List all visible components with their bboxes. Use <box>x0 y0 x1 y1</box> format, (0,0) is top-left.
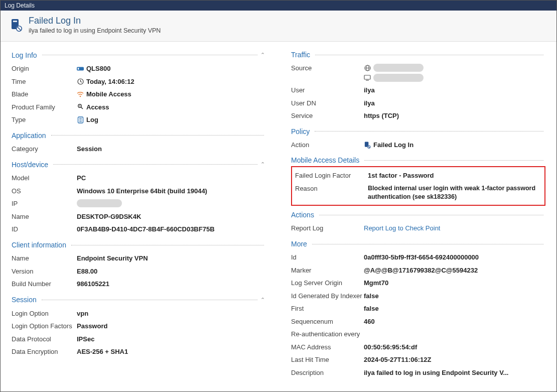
access-icon <box>77 103 84 110</box>
data-encryption-label: Data Encryption <box>12 347 77 356</box>
idx-label: Id Generated By Indexer <box>291 292 364 301</box>
client-name-value: Endpoint Security VPN <box>77 254 266 263</box>
userdn-value: ilya <box>364 99 545 108</box>
host-icon <box>364 74 371 81</box>
category-value: Session <box>77 145 266 154</box>
os-value: Windows 10 Enterprise 64bit (build 19044… <box>77 187 266 196</box>
collapse-toggle[interactable]: ⌃ <box>259 296 266 304</box>
data-protocol-label: Data Protocol <box>12 335 77 344</box>
divider <box>51 135 264 136</box>
type-label: Type <box>12 115 77 124</box>
section-title: Session <box>12 296 40 304</box>
reauth-label: Re-authentication every <box>291 330 364 339</box>
client-version-value: E88.00 <box>77 267 266 276</box>
page-subtitle: ilya failed to log in using Endpoint Sec… <box>29 27 161 34</box>
reason-label: Reason <box>295 184 368 193</box>
svg-rect-6 <box>78 68 79 70</box>
svg-point-10 <box>79 105 80 106</box>
divider <box>53 164 257 165</box>
svg-rect-18 <box>364 75 370 79</box>
login-option-label: Login Option <box>12 309 77 318</box>
lht-label: Last Hit Time <box>291 355 364 364</box>
log-icon <box>77 116 84 123</box>
blade-value: Mobile Access <box>77 90 266 99</box>
section-application: Application Category Session <box>12 132 266 156</box>
more-id-value: 0a0fff30-5bf9-ff3f-6654-692400000000 <box>364 253 545 262</box>
failed-factor-value: 1st factor - Password <box>368 171 541 180</box>
report-log-label: Report Log <box>291 224 364 233</box>
failed-login-small-icon <box>364 141 371 148</box>
marker-label: Marker <box>291 266 364 275</box>
section-session: Session ⌃ Login Option vpn Login Option … <box>12 296 266 358</box>
origin-value: QLS800 <box>77 64 266 73</box>
login-option-value: vpn <box>77 309 266 318</box>
client-version-label: Version <box>12 267 77 276</box>
failed-login-icon <box>10 19 23 32</box>
build-value: 986105221 <box>77 280 266 289</box>
section-title: Mobile Access Details <box>291 156 362 164</box>
service-label: Service <box>291 111 364 120</box>
section-title: Host/device <box>12 161 51 169</box>
user-value: ilya <box>364 86 545 95</box>
login-factors-value: Password <box>77 322 266 331</box>
source-label: Source <box>291 64 364 73</box>
seq-label: Sequencenum <box>291 317 364 326</box>
desc-label: Description <box>291 368 364 377</box>
seq-value: 460 <box>364 317 545 326</box>
divider <box>364 160 543 161</box>
first-label: First <box>291 304 364 313</box>
ip-value <box>77 199 266 207</box>
collapse-toggle[interactable]: ⌃ <box>259 160 266 169</box>
lso-value: Mgmt70 <box>364 279 545 288</box>
section-title: Traffic <box>291 51 313 59</box>
section-title: Application <box>12 132 49 140</box>
divider <box>319 215 543 215</box>
failed-factor-label: Failed Login Factor <box>295 171 368 180</box>
desc-value: ilya failed to log in using Endpoint Sec… <box>364 368 545 377</box>
mac-value: 00:50:56:95:54:df <box>364 343 545 352</box>
divider <box>312 244 543 244</box>
section-host: Host/device ⌃ Model PC OS Windows 10 Ent… <box>12 160 266 236</box>
section-title: More <box>291 240 310 248</box>
divider <box>42 55 257 55</box>
device-icon <box>77 65 84 72</box>
divider <box>71 245 264 245</box>
section-actions: Actions Report Log Report Log to Check P… <box>291 211 545 235</box>
collapse-toggle[interactable]: ⌃ <box>259 51 266 59</box>
os-label: OS <box>12 187 77 196</box>
model-label: Model <box>12 174 77 183</box>
data-protocol-value: IPSec <box>77 335 266 344</box>
action-value: Failed Log In <box>364 141 545 150</box>
section-log-info: Log Info ⌃ Origin QLS800 Time Today, 14:… <box>12 51 266 126</box>
model-value: PC <box>77 174 266 183</box>
family-label: Product Family <box>12 103 77 112</box>
section-client: Client information Name Endpoint Securit… <box>12 241 266 291</box>
svg-point-8 <box>80 96 81 97</box>
host-name-label: Name <box>12 212 77 221</box>
data-encryption-value: AES-256 + SHA1 <box>77 347 266 356</box>
section-title: Actions <box>291 211 317 219</box>
time-label: Time <box>12 77 77 86</box>
user-label: User <box>291 86 364 95</box>
blade-label: Blade <box>12 90 77 99</box>
more-id-label: Id <box>291 253 364 262</box>
section-title: Policy <box>291 127 313 136</box>
client-name-label: Name <box>12 254 77 263</box>
report-log-link[interactable]: Report Log to Check Point <box>364 224 440 233</box>
redacted-ip <box>77 199 122 207</box>
first-value: false <box>364 304 545 313</box>
section-title: Client information <box>12 241 69 249</box>
svg-rect-1 <box>13 21 17 22</box>
mac-label: MAC Address <box>291 343 364 352</box>
redacted-source2 <box>373 74 424 82</box>
source-value <box>364 64 545 82</box>
section-more: More Id 0a0fff30-5bf9-ff3f-6654-69240000… <box>291 240 545 379</box>
reason-value: Blocked internal user login with weak 1-… <box>368 184 541 201</box>
time-value: Today, 14:06:12 <box>77 77 266 86</box>
divider <box>315 55 543 55</box>
idx-value: false <box>364 292 545 301</box>
marker-value: @A@@B@1716799382@C@5594232 <box>364 266 545 275</box>
lht-value: 2024-05-27T11:06:12Z <box>364 355 545 364</box>
ip-label: IP <box>12 199 77 208</box>
family-value: Access <box>77 103 266 112</box>
